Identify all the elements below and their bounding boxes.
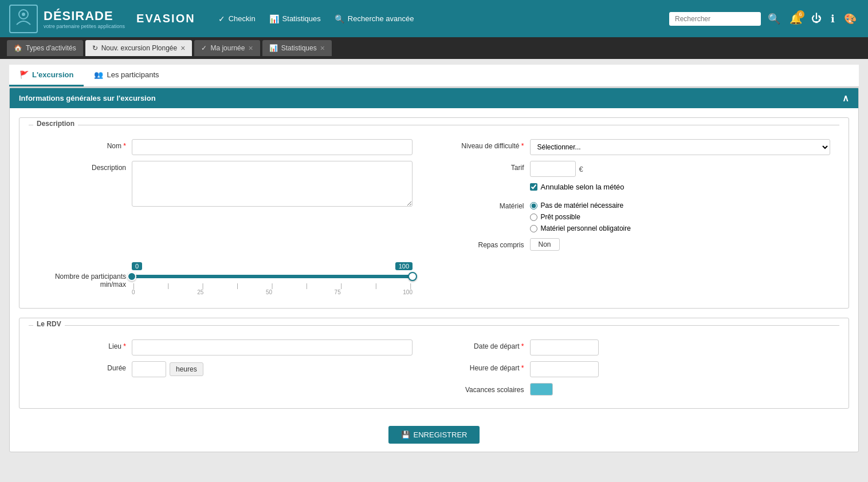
annulable-checkbox[interactable] xyxy=(530,183,537,191)
lieu-input[interactable] xyxy=(132,339,413,355)
slider-label-0: 0 xyxy=(132,289,135,295)
description-row: Description xyxy=(29,161,421,208)
heure-depart-label: Heure de départ * xyxy=(438,361,530,372)
materiel-radio-group: Pas de matériel nécessaire Prêt possible… xyxy=(530,199,831,232)
tick-1: | xyxy=(167,283,169,289)
slider-ticks: | | | | | | | | | xyxy=(132,283,413,289)
tab-stats[interactable]: 📊 Statistiques × xyxy=(262,40,332,56)
nav-statistiques[interactable]: 📊 Statistiques xyxy=(269,14,321,23)
tab-stats-label: Statistiques xyxy=(281,44,317,52)
vacances-color-swatch[interactable] xyxy=(530,383,553,396)
slider-labels: 0 25 50 75 100 xyxy=(132,289,413,295)
date-depart-input[interactable] xyxy=(530,339,599,355)
search-input[interactable] xyxy=(669,12,761,26)
tick-5: | xyxy=(306,283,308,289)
niveau-select[interactable]: Sélectionner... Facile Moyen Difficile E… xyxy=(530,139,831,155)
slider-max-badge: 100 xyxy=(395,262,413,270)
materiel-option-0: Pas de matériel nécessaire xyxy=(530,202,831,210)
description-control xyxy=(132,161,413,208)
logo-icon xyxy=(9,5,38,33)
logo-title: DÉSIRADE xyxy=(44,9,125,23)
duree-input[interactable] xyxy=(132,361,166,377)
sub-tab-excursion-icon: 🚩 xyxy=(19,70,29,79)
sub-tab-excursion-label: L'excursion xyxy=(32,70,73,79)
materiel-label: Matériel xyxy=(438,199,530,210)
date-depart-control xyxy=(530,339,831,355)
materiel-label-2: Matériel personnel obligatoire xyxy=(541,224,631,232)
logo-text: DÉSIRADE votre partenaire petites applic… xyxy=(44,9,125,29)
tab-excursion-close[interactable]: × xyxy=(180,44,185,52)
top-nav: DÉSIRADE votre partenaire petites applic… xyxy=(0,0,868,37)
slider-label-100: 100 xyxy=(403,289,413,295)
notification-badge: 6 xyxy=(796,10,804,18)
tab-journee-close[interactable]: × xyxy=(248,44,253,52)
annulable-control: Annulable selon la météo xyxy=(530,183,831,193)
form-card: Informations générales sur l'excursion ∧… xyxy=(9,88,859,452)
search-icon-btn[interactable]: 🔍 xyxy=(765,10,783,27)
slider-row: Nombre de participants min/max 0 100 | xyxy=(29,262,839,295)
power-btn[interactable]: ⏻ xyxy=(809,10,824,27)
tab-journee[interactable]: ✓ Ma journée × xyxy=(194,40,260,56)
tab-stats-close[interactable]: × xyxy=(320,44,325,52)
slider-badges: 0 100 xyxy=(132,262,413,270)
materiel-radio-2[interactable] xyxy=(530,225,537,232)
sub-tab-participants-label: Les participants xyxy=(107,70,159,79)
tick-7: | xyxy=(375,283,377,289)
annulable-checkbox-label: Annulable selon la météo xyxy=(541,183,625,191)
heure-depart-control xyxy=(530,361,831,377)
slider-thumb-right[interactable] xyxy=(408,272,417,281)
tarif-input-wrap: € xyxy=(530,161,831,177)
slider-thumb-left[interactable] xyxy=(127,272,136,281)
notifications-btn[interactable]: 🔔 6 xyxy=(787,10,804,27)
materiel-radio-1[interactable] xyxy=(530,214,537,221)
nav-checkin[interactable]: ✓ Checkin xyxy=(218,14,256,23)
description-fieldset: Description Nom * xyxy=(19,117,849,309)
sub-tab-excursion[interactable]: 🚩 L'excursion xyxy=(9,65,84,86)
section-header: Informations générales sur l'excursion ∧ xyxy=(10,88,858,108)
sub-tab-participants[interactable]: 👥 Les participants xyxy=(84,65,169,86)
palette-btn[interactable]: 🎨 xyxy=(842,10,859,27)
repas-toggle-btn[interactable]: Non xyxy=(530,238,560,251)
annulable-checkbox-row: Annulable selon la météo xyxy=(530,183,831,191)
info-btn[interactable]: ℹ xyxy=(828,10,837,27)
niveau-control: Sélectionner... Facile Moyen Difficile E… xyxy=(530,139,831,155)
tarif-row: Tarif € xyxy=(438,161,831,177)
repas-label: Repas compris xyxy=(438,238,530,249)
vacances-control xyxy=(530,383,831,396)
materiel-label-1: Prêt possible xyxy=(541,213,580,221)
section-toggle-btn[interactable]: ∧ xyxy=(842,93,849,104)
tick-0: | xyxy=(133,283,135,289)
tarif-input[interactable] xyxy=(530,161,576,177)
top-right: 🔍 🔔 6 ⏻ ℹ 🎨 xyxy=(669,10,859,27)
logo-area: DÉSIRADE votre partenaire petites applic… xyxy=(9,5,125,33)
duration-wrap: heures xyxy=(132,361,413,377)
tick-4: | xyxy=(272,283,273,289)
nom-row: Nom * xyxy=(29,139,421,155)
tarif-control: € xyxy=(530,161,831,177)
tab-types-icon: 🏠 xyxy=(14,44,22,52)
save-label: ENREGISTRER xyxy=(414,430,468,439)
lieu-row: Lieu * xyxy=(29,339,421,355)
nom-control xyxy=(132,139,413,155)
save-icon: 💾 xyxy=(401,430,410,439)
heure-depart-input[interactable] xyxy=(530,361,599,377)
nav-recherche[interactable]: 🔍 Recherche avancée xyxy=(335,14,414,23)
description-textarea[interactable] xyxy=(132,161,413,207)
repas-row: Repas compris Non xyxy=(438,238,831,251)
tab-excursion[interactable]: ↻ Nouv. excursion Plongée × xyxy=(85,40,193,56)
nom-input[interactable] xyxy=(132,139,413,155)
lieu-control xyxy=(132,339,413,355)
slider-label-50: 50 xyxy=(266,289,272,295)
tab-types[interactable]: 🏠 Types d'activités xyxy=(7,40,83,56)
save-button[interactable]: 💾 ENREGISTRER xyxy=(388,426,480,444)
materiel-radio-0[interactable] xyxy=(530,202,537,210)
slider-section: 0 100 | | | | | | xyxy=(132,262,413,295)
currency-symbol: € xyxy=(579,165,583,173)
materiel-label-0: Pas de matériel nécessaire xyxy=(541,202,624,210)
participants-label: Nombre de participants min/max xyxy=(29,270,132,289)
sub-tabs: 🚩 L'excursion 👥 Les participants xyxy=(9,65,859,87)
nom-label: Nom * xyxy=(29,139,132,150)
materiel-option-1: Prêt possible xyxy=(530,213,831,221)
section-title: Informations générales sur l'excursion xyxy=(19,94,156,102)
svg-point-1 xyxy=(22,13,25,16)
